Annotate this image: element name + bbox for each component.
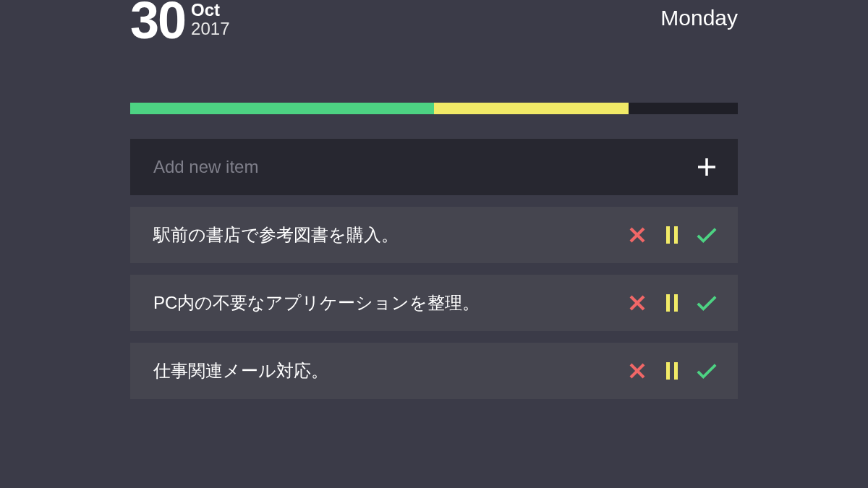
svg-rect-5 (674, 226, 678, 244)
plus-icon[interactable] (696, 156, 718, 178)
delete-icon[interactable] (626, 360, 648, 382)
progress-bar (130, 103, 738, 114)
task-text: 仕事関連メール対応。 (153, 359, 328, 382)
svg-rect-4 (666, 226, 670, 244)
pause-icon[interactable] (661, 292, 683, 314)
day-number: 30 (130, 0, 185, 46)
year-label: 2017 (191, 20, 229, 38)
pause-icon[interactable] (661, 224, 683, 246)
task-actions (626, 292, 718, 314)
task-text: 駅前の書店で参考図書を購入。 (153, 223, 399, 247)
pause-icon[interactable] (661, 360, 683, 382)
svg-rect-8 (666, 294, 670, 312)
progress-segment-done (130, 103, 434, 114)
task-text: PC内の不要なアプリケーションを整理。 (153, 291, 480, 314)
weekday-label: Monday (660, 0, 738, 30)
task-row: 駅前の書店で参考図書を購入。 (130, 207, 738, 263)
date-block: 30 Oct 2017 (130, 0, 229, 46)
task-actions (626, 360, 718, 382)
progress-segment-pending (434, 103, 629, 114)
svg-rect-13 (674, 362, 678, 380)
task-actions (626, 224, 718, 246)
month-label: Oct (191, 1, 229, 19)
check-icon[interactable] (696, 224, 718, 246)
check-icon[interactable] (696, 292, 718, 314)
add-item-input[interactable] (153, 157, 696, 177)
delete-icon[interactable] (626, 224, 648, 246)
check-icon[interactable] (696, 360, 718, 382)
header: 30 Oct 2017 Monday (130, 0, 738, 46)
svg-rect-9 (674, 294, 678, 312)
task-row: 仕事関連メール対応。 (130, 343, 738, 399)
svg-rect-12 (666, 362, 670, 380)
delete-icon[interactable] (626, 292, 648, 314)
task-row: PC内の不要なアプリケーションを整理。 (130, 275, 738, 331)
add-item-row[interactable] (130, 139, 738, 195)
